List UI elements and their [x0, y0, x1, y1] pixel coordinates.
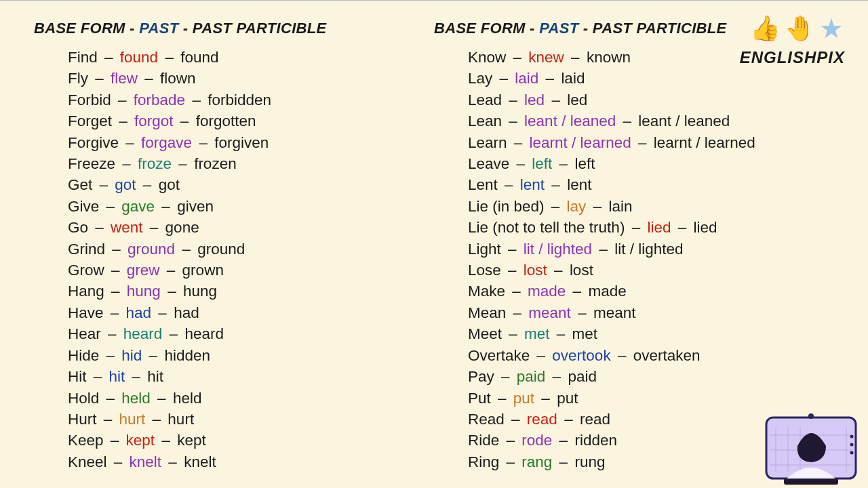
- verb-past-participle: learnt / learned: [654, 134, 755, 151]
- verb-past-participle: hit: [147, 368, 163, 385]
- verb-past-participle: forbidden: [208, 92, 271, 108]
- verb-past: kept: [126, 432, 155, 449]
- verb-row: Forget – forgot – forgotten: [68, 110, 434, 131]
- verb-past: hurt: [119, 411, 146, 428]
- verb-base: Hang: [68, 283, 104, 300]
- verb-past: lost: [524, 262, 547, 279]
- verb-past-participle: led: [567, 92, 587, 108]
- column-left: BASE FORM - PAST - PAST PARTICIBLE Find …: [34, 20, 434, 472]
- verb-past-participle: kept: [177, 432, 206, 449]
- column-heading: BASE FORM - PAST - PAST PARTICIBLE: [34, 20, 434, 37]
- verb-row: Grind – ground – ground: [68, 239, 434, 260]
- verb-past-participle: known: [587, 49, 631, 66]
- verb-row: Forgive – forgave – forgiven: [68, 132, 434, 153]
- verb-past: put: [513, 390, 534, 407]
- verb-base: Kneel: [68, 453, 107, 470]
- verb-row: Have – had – had: [68, 302, 434, 323]
- verb-past: overtook: [552, 347, 610, 364]
- teacher-illustration: [764, 413, 859, 485]
- verb-base: Lie (in bed): [468, 198, 545, 215]
- verb-row: Hurt – hurt – hurt: [68, 409, 434, 430]
- verb-past: found: [120, 49, 158, 66]
- verb-base: Freeze: [68, 155, 115, 172]
- verb-base: Give: [68, 198, 99, 215]
- thumb-icon: 👍: [750, 14, 782, 43]
- verb-past: hit: [109, 368, 125, 385]
- verb-past-participle: given: [177, 198, 214, 215]
- verb-past-participle: hung: [183, 283, 217, 300]
- verb-base: Forget: [68, 113, 112, 129]
- verb-past: gave: [121, 198, 155, 215]
- verb-row: Pay – paid – paid: [468, 366, 834, 387]
- verb-past-participle: frozen: [194, 155, 237, 172]
- verb-base: Mean: [468, 304, 506, 321]
- verb-row: Lose – lost – lost: [468, 260, 834, 281]
- verb-past-participle: lit / lighted: [614, 241, 683, 258]
- verb-past: hung: [127, 283, 161, 300]
- verb-past-participle: meant: [593, 304, 636, 321]
- verb-past: read: [527, 411, 557, 428]
- verb-row: Go – went – gone: [68, 217, 434, 238]
- verb-base: Lie (not to tell the truth): [468, 219, 625, 236]
- verb-past: paid: [517, 368, 546, 385]
- verb-row: Grow – grew – grown: [68, 260, 434, 281]
- verb-base: Put: [468, 390, 491, 407]
- verb-past-participle: left: [574, 155, 595, 172]
- verb-base: Lent: [468, 176, 498, 193]
- verb-base: Read: [468, 411, 505, 428]
- verb-row: Give – gave – given: [68, 196, 434, 217]
- verb-base: Ring: [468, 453, 499, 470]
- verb-past: lent: [520, 176, 545, 193]
- verb-base: Fly: [68, 70, 88, 87]
- verb-base: Hurt: [68, 411, 97, 428]
- verb-past: forbade: [134, 92, 185, 108]
- verb-base: Hear: [68, 325, 101, 342]
- verb-base: Ride: [468, 432, 499, 449]
- verb-past-participle: lied: [693, 219, 717, 236]
- verb-row: Hit – hit – hit: [68, 366, 434, 387]
- verb-base: Forgive: [68, 134, 119, 151]
- verb-past-participle: leant / leaned: [638, 113, 730, 129]
- verb-past: met: [524, 325, 550, 342]
- brand-block: 👍 🤚 ★ ENGLISHPIX: [740, 13, 845, 67]
- verb-past-participle: hurt: [167, 411, 194, 428]
- verb-base: Light: [468, 241, 501, 258]
- verb-past: rang: [521, 453, 552, 470]
- verb-past-participle: got: [159, 176, 180, 193]
- svg-point-12: [850, 443, 854, 447]
- verb-past: ground: [127, 241, 175, 258]
- verb-base: Overtake: [468, 347, 530, 364]
- verb-past-participle: found: [180, 49, 218, 66]
- verb-past: forgot: [134, 113, 174, 129]
- verb-past-participle: put: [557, 390, 578, 407]
- verb-base: Lose: [468, 262, 501, 279]
- verb-past-participle: read: [580, 411, 610, 428]
- verb-row: Lean – leant / leaned – leant / leaned: [468, 110, 834, 131]
- star-icon: ★: [819, 13, 845, 44]
- verb-past: flew: [111, 70, 138, 87]
- verb-base: Make: [468, 283, 505, 300]
- verb-past: led: [524, 92, 545, 108]
- verb-past-participle: lain: [608, 198, 632, 215]
- verb-row: Hang – hung – hung: [68, 281, 434, 302]
- svg-point-11: [850, 435, 854, 439]
- verb-past: held: [121, 390, 151, 407]
- verb-row: Kneel – knelt – knelt: [68, 451, 434, 472]
- verb-past-participle: hidden: [164, 347, 210, 364]
- verb-past: laid: [515, 70, 538, 87]
- verb-past-participle: lent: [567, 176, 591, 193]
- verb-base: Pay: [468, 368, 494, 385]
- verb-past: hid: [121, 347, 142, 364]
- verb-past-participle: flown: [160, 70, 196, 87]
- verb-past-participle: gone: [165, 219, 199, 236]
- verb-past-participle: forgotten: [196, 113, 256, 129]
- verb-base: Lead: [468, 92, 502, 108]
- verb-base: Lean: [468, 113, 502, 129]
- verb-row: Light – lit / lighted – lit / lighted: [468, 239, 834, 260]
- svg-point-1: [808, 413, 814, 419]
- verb-base: Grind: [68, 241, 105, 258]
- verb-past: froze: [138, 155, 172, 172]
- verb-past: learnt / learned: [530, 134, 631, 151]
- verb-base: Hit: [68, 368, 87, 385]
- verb-row: Lead – led – led: [468, 89, 834, 110]
